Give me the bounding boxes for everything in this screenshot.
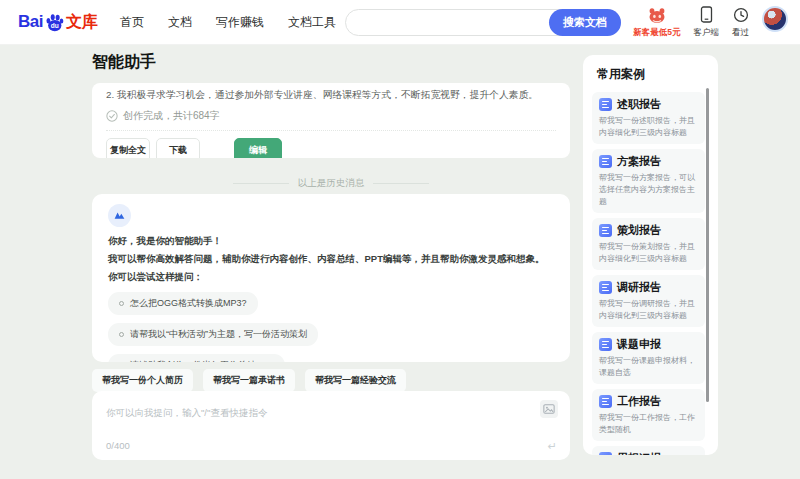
image-icon	[543, 403, 555, 415]
case-item-gongzuo-report[interactable]: 工作报告 帮我写一份工作报告，工作类型随机	[592, 389, 705, 441]
sidebar-scrollbar[interactable]	[706, 88, 709, 402]
case-title: 课题申报	[617, 337, 661, 352]
navbar-right-group: 新客最低5元 客户端 看过	[633, 4, 788, 39]
case-item-sixiang-huibao[interactable]: 思想汇报 帮我写一份思想汇报	[592, 446, 705, 455]
case-list: 述职报告 帮我写一份述职报告，并且内容细化到三级内容标题 方案报告 帮我写一份方…	[592, 92, 705, 455]
common-cases-panel: 常用案例 述职报告 帮我写一份述职报告，并且内容细化到三级内容标题 方案报告 帮…	[583, 55, 718, 455]
app-window: Bai du 文库 首页 文档 写作赚钱 文档工具 更多 搜索文档	[0, 0, 800, 479]
new-user-promo[interactable]: 新客最低5元	[633, 4, 680, 39]
client-app-entry[interactable]: 客户端	[694, 4, 720, 39]
history-divider: 以上是历史消息	[92, 177, 570, 190]
char-counter: 0/400	[106, 440, 130, 451]
suggested-prompt[interactable]: 怎么把OGG格式转换成MP3?	[108, 292, 258, 315]
assistant-avatar	[108, 204, 131, 227]
viewed-label: 看过	[732, 27, 749, 39]
case-title: 述职报告	[617, 97, 661, 112]
document-icon	[599, 98, 612, 111]
document-icon	[599, 338, 612, 351]
client-label: 客户端	[694, 27, 720, 39]
case-item-shuzhi-report[interactable]: 述职报告 帮我写一份述职报告，并且内容细化到三级内容标题	[592, 92, 705, 144]
document-icon	[599, 452, 612, 455]
case-item-cehua-report[interactable]: 策划报告 帮我写一份策划报告，并且内容细化到三级内容标题	[592, 218, 705, 270]
prompt-text: 请辅助我创作一份半年工作总结PPT	[130, 359, 274, 362]
case-title: 调研报告	[617, 280, 661, 295]
creation-status: 创作完成，共计684字	[106, 109, 556, 123]
promo-mascot-icon	[647, 4, 667, 25]
top-navbar: Bai du 文库 首页 文档 写作赚钱 文档工具 更多 搜索文档	[0, 0, 800, 45]
nav-item-write-earn[interactable]: 写作赚钱	[216, 14, 264, 31]
greeting-line-3: 你可以尝试这样提问：	[108, 268, 554, 286]
page-title: 智能助手	[92, 52, 156, 73]
document-icon	[599, 155, 612, 168]
case-title: 工作报告	[617, 394, 661, 409]
case-item-keti-shenbao[interactable]: 课题申报 帮我写一份课题申报材料，课题自选	[592, 332, 705, 384]
message-input[interactable]	[106, 407, 486, 418]
enter-key-icon: ↵	[548, 440, 557, 453]
baidu-wenku-logo[interactable]: Bai du 文库	[18, 12, 98, 33]
message-input-card: 0/400 ↵	[92, 391, 570, 460]
download-button[interactable]: 下载	[156, 138, 200, 158]
user-avatar[interactable]	[762, 6, 788, 32]
chip-experience-exchange[interactable]: 帮我写一篇经验交流	[305, 369, 406, 392]
search-bar: 搜索文档	[345, 9, 621, 36]
prompt-text: 请帮我以“中秋活动”为主题，写一份活动策划	[130, 328, 307, 341]
wenku-ai-logo-icon	[113, 209, 126, 222]
quick-action-chips: 帮我写一份个人简历 帮我写一篇承诺书 帮我写一篇经验交流	[92, 369, 406, 392]
case-desc: 帮我写一份调研报告，并且内容细化到三级内容标题	[599, 298, 698, 322]
dotted-divider	[106, 130, 556, 131]
edit-button[interactable]: 编辑	[234, 138, 282, 158]
history-divider-text: 以上是历史消息	[298, 177, 365, 190]
case-desc: 帮我写一份方案报告，可以选择任意内容为方案报告主题	[599, 172, 698, 208]
check-circle-icon	[106, 110, 118, 122]
greeting-line-2: 我可以帮你高效解答问题，辅助你进行内容创作、内容总结、PPT编辑等，并且帮助你激…	[108, 250, 554, 268]
greeting-line-1: 你好，我是你的智能助手！	[108, 232, 554, 250]
copy-all-button[interactable]: 复制全文	[106, 138, 150, 158]
document-icon	[599, 281, 612, 294]
case-item-fangan-report[interactable]: 方案报告 帮我写一份方案报告，可以选择任意内容为方案报告主题	[592, 149, 705, 213]
search-docs-button[interactable]: 搜索文档	[549, 9, 621, 36]
promo-label: 新客最低5元	[633, 27, 680, 39]
suggested-prompt[interactable]: 请辅助我创作一份半年工作总结PPT	[108, 354, 285, 362]
sidebar-title: 常用案例	[597, 66, 705, 83]
case-desc: 帮我写一份策划报告，并且内容细化到三级内容标题	[599, 241, 698, 265]
result-actions: 复制全文 下载 编辑	[106, 138, 556, 158]
suggested-prompts: 怎么把OGG格式转换成MP3? 请帮我以“中秋活动”为主题，写一份活动策划 请辅…	[108, 292, 554, 362]
case-title: 策划报告	[617, 223, 661, 238]
search-input[interactable]	[346, 17, 549, 29]
document-icon	[599, 224, 612, 237]
bullet-circle-icon	[119, 332, 124, 337]
logo-wenku-text: 文库	[66, 12, 98, 33]
history-result-card: 2. 我积极寻求学习机会，通过参加外部专业讲座、网络课程等方式，不断拓宽视野，提…	[92, 83, 570, 158]
nav-item-home[interactable]: 首页	[120, 14, 144, 31]
suggested-prompt[interactable]: 请帮我以“中秋活动”为主题，写一份活动策划	[108, 323, 318, 346]
case-desc: 帮我写一份述职报告，并且内容细化到三级内容标题	[599, 115, 698, 139]
logo-bai-text: Bai	[18, 12, 43, 32]
case-title: 思想汇报	[617, 451, 661, 455]
case-desc: 帮我写一份工作报告，工作类型随机	[599, 412, 698, 436]
insert-image-button[interactable]	[540, 400, 558, 418]
clock-icon	[733, 4, 749, 25]
nav-item-doc-tools[interactable]: 文档工具	[288, 14, 336, 31]
case-item-diaoyan-report[interactable]: 调研报告 帮我写一份调研报告，并且内容细化到三级内容标题	[592, 275, 705, 327]
svg-text:du: du	[51, 22, 59, 29]
chip-resume[interactable]: 帮我写一份个人简历	[92, 369, 193, 392]
case-title: 方案报告	[617, 154, 661, 169]
viewed-history-entry[interactable]: 看过	[732, 4, 749, 39]
nav-item-docs[interactable]: 文档	[168, 14, 192, 31]
mobile-client-icon	[699, 4, 714, 25]
divider-line-right	[373, 183, 429, 184]
chip-commitment-letter[interactable]: 帮我写一篇承诺书	[203, 369, 295, 392]
assistant-greeting-card: 你好，我是你的智能助手！ 我可以帮你高效解答问题，辅助你进行内容创作、内容总结、…	[92, 194, 570, 362]
case-desc: 帮我写一份课题申报材料，课题自选	[599, 355, 698, 379]
generated-text-excerpt: 2. 我积极寻求学习机会，通过参加外部专业讲座、网络课程等方式，不断拓宽视野，提…	[106, 89, 556, 102]
prompt-text: 怎么把OGG格式转换成MP3?	[130, 297, 247, 310]
divider-line-left	[233, 183, 289, 184]
status-text: 创作完成，共计684字	[123, 109, 220, 123]
document-icon	[599, 395, 612, 408]
bullet-circle-icon	[119, 301, 124, 306]
baidu-paw-icon: du	[44, 12, 65, 33]
